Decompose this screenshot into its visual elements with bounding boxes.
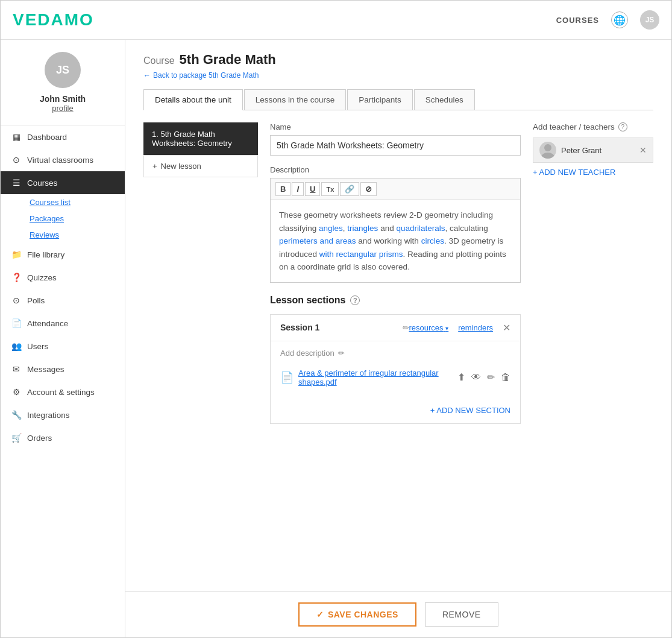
integrations-icon: 🔧 — [11, 410, 21, 420]
sidebar-item-label: Dashboard — [27, 133, 67, 142]
teacher-name: Peter Grant — [561, 146, 635, 155]
add-description-edit-icon: ✏ — [338, 349, 345, 358]
sidebar-item-label: Courses — [27, 178, 57, 188]
footer-actions: ✓ SAVE CHANGES REMOVE — [125, 591, 671, 637]
file-library-icon: 📁 — [11, 250, 21, 259]
file-actions: ⬆ 👁 ✏ 🗑 — [457, 371, 510, 383]
bold-button[interactable]: B — [275, 182, 290, 196]
dashboard-icon: ▦ — [11, 132, 21, 142]
sidebar-item-virtual-classrooms[interactable]: ⊙ Virtual classrooms — [1, 148, 125, 171]
session-box: Session 1 ✏ resources ▾ reminders ✕ — [270, 314, 521, 424]
session-close-button[interactable]: ✕ — [503, 322, 510, 333]
content-area: Course 5th Grade Math Back to package 5t… — [125, 40, 671, 585]
add-teacher-button[interactable]: + ADD NEW TEACHER — [533, 168, 653, 177]
underline-button[interactable]: U — [305, 182, 320, 196]
sidebar-sub-item-courses-list[interactable]: Courses list — [24, 194, 125, 210]
reminders-link[interactable]: reminders — [458, 323, 493, 332]
back-link[interactable]: Back to package 5th Grade Math — [143, 71, 653, 80]
new-lesson-button[interactable]: + New lesson — [143, 155, 258, 177]
sidebar-item-dashboard[interactable]: ▦ Dashboard — [1, 125, 125, 148]
session-title: Session 1 — [280, 323, 398, 332]
save-label: SAVE CHANGES — [328, 610, 398, 619]
session-edit-icon[interactable]: ✏ — [403, 323, 409, 332]
italic-button[interactable]: I — [292, 182, 304, 196]
sidebar-item-attendance[interactable]: 📄 Attendance — [1, 312, 125, 335]
sidebar-item-integrations[interactable]: 🔧 Integrations — [1, 403, 125, 426]
add-description-text: Add description — [280, 349, 334, 358]
session-header: Session 1 ✏ resources ▾ reminders ✕ — [271, 315, 520, 341]
view-file-button[interactable]: 👁 — [471, 372, 481, 383]
header: VEDAMO COURSES 🌐 JS — [1, 1, 671, 40]
course-heading: Course 5th Grade Math — [143, 52, 653, 68]
save-checkmark-icon: ✓ — [316, 610, 324, 619]
remove-teacher-button[interactable]: ✕ — [639, 145, 647, 155]
editor-teacher-container: Name Description B I U Tx 🔗 ⊘ — [270, 122, 653, 434]
attendance-icon: 📄 — [11, 318, 21, 328]
sidebar-item-file-library[interactable]: 📁 File library — [1, 243, 125, 266]
new-lesson-label: New lesson — [161, 162, 201, 171]
language-icon[interactable]: 🌐 — [611, 11, 628, 28]
courses-nav-link[interactable]: COURSES — [556, 16, 599, 25]
sidebar-item-account-settings[interactable]: ⚙ Account & settings — [1, 381, 125, 403]
lesson-sections-help-icon[interactable]: ? — [350, 295, 360, 305]
sidebar-item-label: Account & settings — [27, 388, 95, 397]
account-settings-icon: ⚙ — [11, 387, 21, 397]
resources-dropdown-arrow: ▾ — [445, 325, 448, 332]
tab-lessons[interactable]: Lessons in the course — [244, 89, 346, 110]
resources-link[interactable]: resources ▾ — [409, 323, 449, 332]
tab-schedules[interactable]: Schedules — [414, 89, 475, 110]
sidebar-item-label: Quizzes — [27, 273, 57, 282]
sidebar-item-label: Attendance — [27, 319, 68, 328]
two-col-layout: 1. 5th Grade Math Worksheets: Geometry +… — [143, 122, 653, 434]
plus-icon: + — [152, 162, 157, 171]
teacher-avatar — [539, 142, 556, 159]
sidebar-item-quizzes[interactable]: ❓ Quizzes — [1, 266, 125, 289]
sidebar-sub-item-reviews[interactable]: Reviews — [24, 227, 125, 243]
sidebar-item-polls[interactable]: ⊙ Polls — [1, 289, 125, 312]
sidebar-item-label: Users — [27, 342, 48, 351]
lesson-panel: 1. 5th Grade Math Worksheets: Geometry +… — [143, 122, 258, 434]
upload-file-button[interactable]: ⬆ — [457, 371, 465, 383]
sidebar-item-courses[interactable]: ☰ Courses — [1, 171, 125, 194]
tab-details[interactable]: Details about the unit — [143, 89, 243, 110]
add-description-row[interactable]: Add description ✏ — [280, 349, 510, 358]
sidebar-avatar: JS — [45, 52, 81, 88]
sidebar-item-label: Polls — [27, 296, 45, 305]
courses-icon: ☰ — [11, 178, 21, 188]
sidebar-item-users[interactable]: 👥 Users — [1, 335, 125, 358]
user-avatar-header[interactable]: JS — [640, 10, 659, 30]
tab-participants[interactable]: Participants — [347, 89, 413, 110]
sidebar-item-label: File library — [27, 250, 64, 259]
sidebar-sub-item-packages[interactable]: Packages — [24, 210, 125, 227]
name-label: Name — [270, 122, 521, 131]
lesson-sections-heading: Lesson sections ? — [270, 295, 521, 306]
link-button[interactable]: 🔗 — [340, 182, 359, 196]
file-link[interactable]: Area & perimeter of irregular rectangula… — [298, 368, 453, 387]
delete-file-button[interactable]: 🗑 — [501, 372, 510, 383]
sidebar-profile: JS John Smith profile — [1, 40, 125, 125]
save-changes-button[interactable]: ✓ SAVE CHANGES — [298, 602, 416, 627]
add-new-section-button[interactable]: + ADD NEW SECTION — [430, 406, 510, 415]
sidebar-profile-link[interactable]: profile — [52, 104, 73, 113]
sidebar-item-label: Messages — [27, 365, 64, 374]
description-editor[interactable]: These geometry worksheets review 2-D geo… — [270, 200, 521, 283]
header-right: COURSES 🌐 JS — [556, 10, 659, 30]
name-input[interactable] — [270, 135, 521, 156]
polls-icon: ⊙ — [11, 295, 21, 305]
remove-button[interactable]: REMOVE — [425, 602, 498, 627]
svg-point-0 — [544, 144, 551, 151]
lesson-item[interactable]: 1. 5th Grade Math Worksheets: Geometry — [143, 122, 258, 155]
edit-file-button[interactable]: ✏ — [487, 371, 495, 383]
add-new-section-row: + ADD NEW SECTION — [271, 397, 520, 423]
sidebar-item-messages[interactable]: ✉ Messages — [1, 358, 125, 381]
tabs: Details about the unit Lessons in the co… — [143, 89, 653, 110]
teacher-help-icon[interactable]: ? — [618, 122, 627, 131]
sidebar-item-orders[interactable]: 🛒 Orders — [1, 426, 125, 449]
sidebar-username: John Smith — [40, 94, 86, 104]
clear-format-button[interactable]: Tx — [321, 182, 339, 196]
unlink-button[interactable]: ⊘ — [360, 182, 377, 196]
teacher-heading-text: Add teacher / teachers — [533, 122, 615, 131]
editor-area: Name Description B I U Tx 🔗 ⊘ — [270, 122, 521, 434]
sidebar-item-label: Virtual classrooms — [27, 156, 93, 165]
lesson-sections-title: Lesson sections — [270, 295, 345, 306]
